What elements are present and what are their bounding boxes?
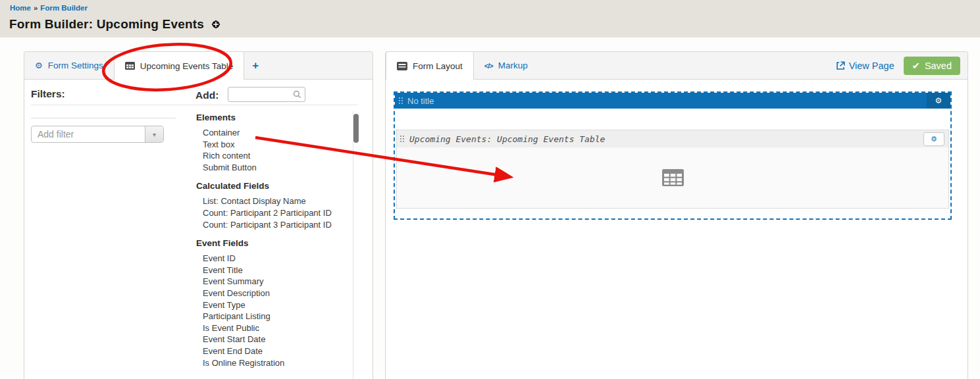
- breadcrumb: Home»Form Builder: [10, 4, 88, 12]
- add-filter-placeholder: Add filter: [32, 129, 145, 139]
- palette-search-box: [228, 87, 305, 102]
- tab-add-new[interactable]: +: [244, 52, 267, 79]
- edit-title-gear-icon[interactable]: [211, 20, 220, 29]
- palette-item[interactable]: Is Online Registration: [196, 357, 349, 369]
- tab-markup[interactable]: </> Markup: [474, 52, 538, 79]
- divider: [31, 118, 176, 118]
- palette-search-input[interactable]: [232, 88, 293, 101]
- drag-handle-icon[interactable]: [398, 97, 403, 105]
- palette-panel: ⚙ Form Settings Upcoming Events Table + …: [24, 51, 373, 379]
- block-settings-gear-icon[interactable]: ⚙: [927, 93, 950, 109]
- palette-item[interactable]: Is Event Public: [196, 322, 349, 334]
- tab-label: Form Settings: [48, 61, 103, 70]
- palette-item[interactable]: Text box: [196, 139, 349, 151]
- code-icon: </>: [484, 62, 493, 70]
- palette-item[interactable]: Submit Button: [196, 162, 349, 174]
- palette-item[interactable]: Event Description: [196, 288, 349, 299]
- palette-item[interactable]: Count: Participant 2 Participant ID: [196, 207, 349, 219]
- palette-item[interactable]: Event End Date: [196, 345, 349, 357]
- search-display-body: [397, 147, 948, 208]
- palette-item[interactable]: Event Summary: [196, 276, 349, 288]
- breadcrumb-separator: »: [34, 4, 38, 12]
- saved-label: Saved: [925, 61, 952, 71]
- palette-scrollbar-track[interactable]: [353, 111, 359, 379]
- tab-form-settings[interactable]: ⚙ Form Settings: [24, 52, 114, 79]
- palette-group-title: Calculated Fields: [196, 181, 349, 191]
- palette-item[interactable]: Event Type: [196, 299, 349, 311]
- breadcrumb-home-link[interactable]: Home: [10, 4, 31, 12]
- form-canvas[interactable]: No title ⚙ Upcoming Events: Upcoming Eve…: [394, 91, 952, 220]
- palette-group: Calculated FieldsList: Contact Display N…: [196, 181, 349, 230]
- view-page-label: View Page: [849, 61, 894, 71]
- palette-group: ElementsContainerText boxRich contentSub…: [196, 113, 349, 173]
- search-display-label: Upcoming Events: Upcoming Events Table: [409, 134, 605, 144]
- search-display-block[interactable]: Upcoming Events: Upcoming Events Table ⚙: [396, 130, 949, 209]
- page-title: Form Builder: Upcoming Events: [9, 17, 204, 32]
- table-icon: [125, 62, 135, 70]
- layout-panel: Form Layout </> Markup View Page ✔ Saved: [385, 51, 968, 379]
- tab-label: Upcoming Events Table: [140, 61, 234, 71]
- field-settings-gear-icon[interactable]: ⚙: [923, 132, 944, 146]
- palette-item[interactable]: List: Contact Display Name: [196, 195, 349, 207]
- tab-label: Markup: [498, 61, 528, 70]
- tab-upcoming-events-table[interactable]: Upcoming Events Table: [114, 52, 245, 80]
- tab-label: Form Layout: [413, 61, 463, 71]
- drag-handle-icon[interactable]: [400, 135, 404, 143]
- palette-group-title: Elements: [196, 113, 349, 122]
- palette-item[interactable]: Event Start Date: [196, 334, 349, 345]
- search-display-bar[interactable]: Upcoming Events: Upcoming Events Table ⚙: [397, 130, 948, 147]
- form-layout-icon: [397, 62, 407, 70]
- palette-scrollbar-thumb[interactable]: [353, 114, 359, 143]
- gear-icon: ⚙: [35, 61, 43, 70]
- palette-item[interactable]: Container: [196, 127, 349, 139]
- container-block-header[interactable]: No title ⚙: [395, 93, 950, 109]
- external-link-icon: [836, 61, 845, 70]
- palette-item[interactable]: Event Title: [196, 265, 349, 276]
- plus-icon: +: [252, 59, 259, 72]
- right-tabstrip: Form Layout </> Markup View Page ✔ Saved: [386, 52, 967, 80]
- palette-item[interactable]: Rich content: [196, 150, 349, 162]
- page-header: Home»Form Builder Form Builder: Upcoming…: [0, 0, 980, 38]
- left-tabstrip: ⚙ Form Settings Upcoming Events Table +: [24, 52, 373, 80]
- saved-button[interactable]: ✔ Saved: [904, 57, 960, 75]
- divider: [31, 105, 358, 105]
- element-palette: ElementsContainerText boxRich contentSub…: [196, 110, 349, 368]
- search-icon: [293, 90, 301, 99]
- palette-group-title: Event Fields: [196, 238, 349, 248]
- view-page-link[interactable]: View Page: [836, 61, 894, 71]
- filters-label: Filters:: [31, 88, 65, 100]
- breadcrumb-form-builder-link[interactable]: Form Builder: [40, 4, 88, 12]
- check-icon: ✔: [912, 61, 920, 71]
- add-filter-select[interactable]: Add filter ▾: [31, 126, 164, 143]
- palette-item[interactable]: Count: Participant 3 Participant ID: [196, 219, 349, 231]
- tab-form-layout[interactable]: Form Layout: [386, 52, 474, 80]
- palette-item[interactable]: Participant Listing: [196, 311, 349, 322]
- table-placeholder-icon: [662, 169, 684, 186]
- block-title: No title: [407, 96, 434, 106]
- add-label: Add:: [195, 89, 219, 101]
- select-dropdown-toggle[interactable]: ▾: [145, 126, 163, 142]
- palette-item[interactable]: Event ID: [196, 253, 349, 265]
- palette-group: Event FieldsEvent IDEvent TitleEvent Sum…: [196, 238, 349, 368]
